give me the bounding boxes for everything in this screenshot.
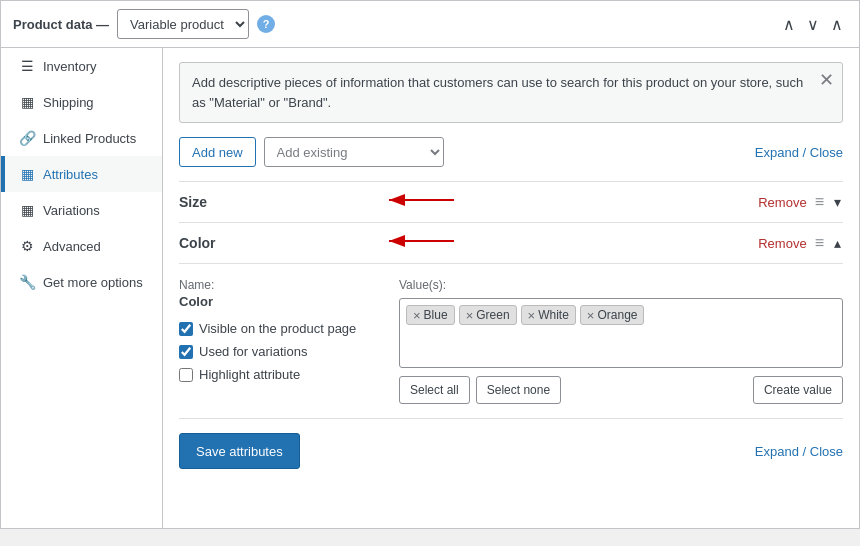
- size-drag-icon[interactable]: ≡: [815, 193, 824, 211]
- color-drag-icon[interactable]: ≡: [815, 234, 824, 252]
- variations-checkbox-row: Used for variations: [179, 344, 379, 359]
- sidebar-label-get-more-options: Get more options: [43, 275, 143, 290]
- collapse-down-button[interactable]: ∨: [803, 13, 823, 36]
- sidebar-item-advanced[interactable]: ⚙ Advanced: [1, 228, 162, 264]
- tag-blue-label: Blue: [424, 308, 448, 322]
- detail-grid: Name: Color Visible on the product page …: [179, 278, 843, 404]
- detail-right: Value(s): × Blue × Green ×: [399, 278, 843, 404]
- tag-green: × Green: [459, 305, 517, 325]
- visible-checkbox-row: Visible on the product page: [179, 321, 379, 336]
- sidebar-label-shipping: Shipping: [43, 95, 94, 110]
- sidebar-label-advanced: Advanced: [43, 239, 101, 254]
- highlight-label: Highlight attribute: [199, 367, 300, 382]
- select-all-button[interactable]: Select all: [399, 376, 470, 404]
- get-more-icon: 🔧: [19, 274, 35, 290]
- sidebar-item-get-more-options[interactable]: 🔧 Get more options: [1, 264, 162, 300]
- attributes-icon: ▦: [19, 166, 35, 182]
- tag-green-label: Green: [476, 308, 509, 322]
- tag-green-remove[interactable]: ×: [466, 309, 474, 322]
- product-data-header: Product data — Variable product ? ∧ ∨ ∧: [1, 1, 859, 48]
- link-icon: 🔗: [19, 130, 35, 146]
- product-data-body: ☰ Inventory ▦ Shipping 🔗 Linked Products…: [1, 48, 859, 528]
- main-content: Add descriptive pieces of information th…: [163, 48, 859, 528]
- sidebar-label-variations: Variations: [43, 203, 100, 218]
- visible-checkbox[interactable]: [179, 322, 193, 336]
- sidebar-label-attributes: Attributes: [43, 167, 98, 182]
- tag-blue-remove[interactable]: ×: [413, 309, 421, 322]
- color-toggle-button[interactable]: ▴: [832, 233, 843, 253]
- name-label: Name:: [179, 278, 379, 292]
- variations-checkbox[interactable]: [179, 345, 193, 359]
- expand-close-link-bottom[interactable]: Expand / Close: [755, 444, 843, 459]
- tag-white: × White: [521, 305, 576, 325]
- tag-orange-label: Orange: [597, 308, 637, 322]
- advanced-icon: ⚙: [19, 238, 35, 254]
- values-actions: Select all Select none Create value: [399, 376, 843, 404]
- inventory-icon: ☰: [19, 58, 35, 74]
- add-existing-select[interactable]: Add existing: [264, 137, 444, 167]
- color-attribute-name: Color: [179, 235, 758, 251]
- tag-orange: × Orange: [580, 305, 645, 325]
- sidebar-item-attributes[interactable]: ▦ Attributes: [1, 156, 162, 192]
- collapse-up-button[interactable]: ∧: [779, 13, 799, 36]
- add-new-button[interactable]: Add new: [179, 137, 256, 167]
- save-area: Save attributes Expand / Close: [179, 418, 843, 473]
- create-value-button[interactable]: Create value: [753, 376, 843, 404]
- sidebar-item-inventory[interactable]: ☰ Inventory: [1, 48, 162, 84]
- size-attribute-name: Size: [179, 194, 758, 210]
- sidebar-item-variations[interactable]: ▦ Variations: [1, 192, 162, 228]
- notice-text: Add descriptive pieces of information th…: [192, 75, 803, 110]
- help-icon[interactable]: ?: [257, 15, 275, 33]
- header-arrows: ∧ ∨ ∧: [779, 13, 847, 36]
- notice-close-button[interactable]: ✕: [819, 71, 834, 89]
- detail-left: Name: Color Visible on the product page …: [179, 278, 379, 390]
- product-data-label: Product data —: [13, 17, 109, 32]
- tag-white-label: White: [538, 308, 569, 322]
- tag-blue: × Blue: [406, 305, 455, 325]
- variations-icon: ▦: [19, 202, 35, 218]
- values-container: × Blue × Green × White: [399, 298, 843, 368]
- expand-close-link-top[interactable]: Expand / Close: [755, 145, 843, 160]
- sidebar: ☰ Inventory ▦ Shipping 🔗 Linked Products…: [1, 48, 163, 528]
- color-attribute-row: Color Remove ≡ ▴: [179, 222, 843, 263]
- color-attribute-actions: Remove ≡ ▴: [758, 233, 843, 253]
- sidebar-label-inventory: Inventory: [43, 59, 96, 74]
- notice-box: Add descriptive pieces of information th…: [179, 62, 843, 123]
- tag-white-remove[interactable]: ×: [528, 309, 536, 322]
- visible-label: Visible on the product page: [199, 321, 356, 336]
- highlight-checkbox[interactable]: [179, 368, 193, 382]
- color-detail-panel: Name: Color Visible on the product page …: [179, 263, 843, 404]
- highlight-checkbox-row: Highlight attribute: [179, 367, 379, 382]
- size-remove-button[interactable]: Remove: [758, 195, 806, 210]
- tag-orange-remove[interactable]: ×: [587, 309, 595, 322]
- variations-label: Used for variations: [199, 344, 307, 359]
- collapse-close-button[interactable]: ∧: [827, 13, 847, 36]
- values-label: Value(s):: [399, 278, 843, 292]
- size-attribute-actions: Remove ≡ ▾: [758, 192, 843, 212]
- size-toggle-button[interactable]: ▾: [832, 192, 843, 212]
- add-attribute-row: Add new Add existing Expand / Close: [179, 137, 843, 167]
- product-type-select[interactable]: Variable product: [117, 9, 249, 39]
- size-attribute-row: Size Remove ≡ ▾: [179, 181, 843, 222]
- sidebar-item-shipping[interactable]: ▦ Shipping: [1, 84, 162, 120]
- save-attributes-button[interactable]: Save attributes: [179, 433, 300, 469]
- shipping-icon: ▦: [19, 94, 35, 110]
- sidebar-label-linked-products: Linked Products: [43, 131, 136, 146]
- name-value: Color: [179, 294, 379, 309]
- sidebar-item-linked-products[interactable]: 🔗 Linked Products: [1, 120, 162, 156]
- color-remove-button[interactable]: Remove: [758, 236, 806, 251]
- select-none-button[interactable]: Select none: [476, 376, 561, 404]
